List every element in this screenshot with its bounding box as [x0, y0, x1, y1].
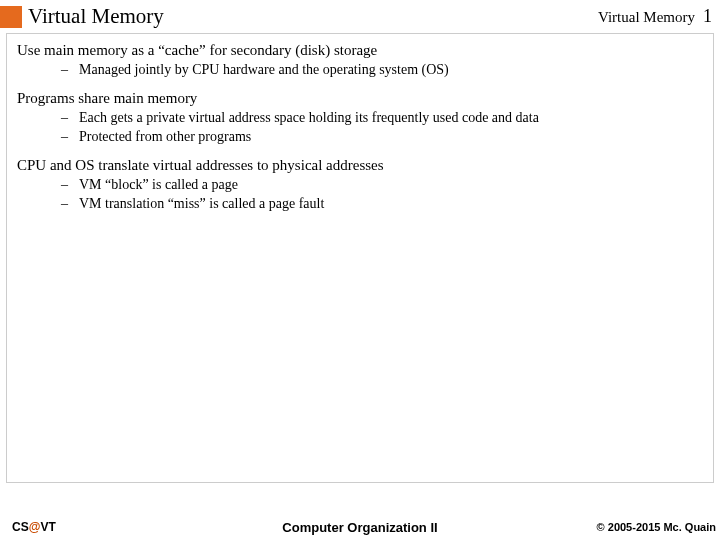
slide-title: Virtual Memory [28, 4, 598, 29]
sub-bullet-item: Managed jointly by CPU hardware and the … [61, 61, 703, 80]
footer-brand-suffix: VT [40, 520, 55, 534]
sub-bullet-list: VM “block” is called a page VM translati… [61, 176, 703, 214]
header-accent-square [0, 6, 22, 28]
sub-bullet-item: Each gets a private virtual address spac… [61, 109, 703, 128]
bullet-heading: Use main memory as a “cache” for seconda… [17, 42, 703, 59]
sub-bullet-item: VM translation “miss” is called a page f… [61, 195, 703, 214]
header-right-group: Virtual Memory 1 [598, 6, 712, 27]
header-section-label: Virtual Memory [598, 9, 695, 25]
slide-content-box: Use main memory as a “cache” for seconda… [6, 33, 714, 483]
footer-course-title: Computer Organization II [282, 520, 437, 535]
bullet-heading: CPU and OS translate virtual addresses t… [17, 157, 703, 174]
footer-brand-prefix: CS [12, 520, 29, 534]
sub-bullet-item: Protected from other programs [61, 128, 703, 147]
slide-header: Virtual Memory Virtual Memory 1 [0, 0, 720, 31]
sub-bullet-item: VM “block” is called a page [61, 176, 703, 195]
footer-copyright: © 2005-2015 Mc. Quain [597, 521, 716, 533]
page-number: 1 [703, 6, 712, 26]
sub-bullet-list: Managed jointly by CPU hardware and the … [61, 61, 703, 80]
slide-footer: CS@VT Computer Organization II © 2005-20… [0, 520, 720, 534]
footer-brand-at: @ [29, 520, 41, 534]
footer-left-brand: CS@VT [12, 520, 56, 534]
sub-bullet-list: Each gets a private virtual address spac… [61, 109, 703, 147]
bullet-heading: Programs share main memory [17, 90, 703, 107]
